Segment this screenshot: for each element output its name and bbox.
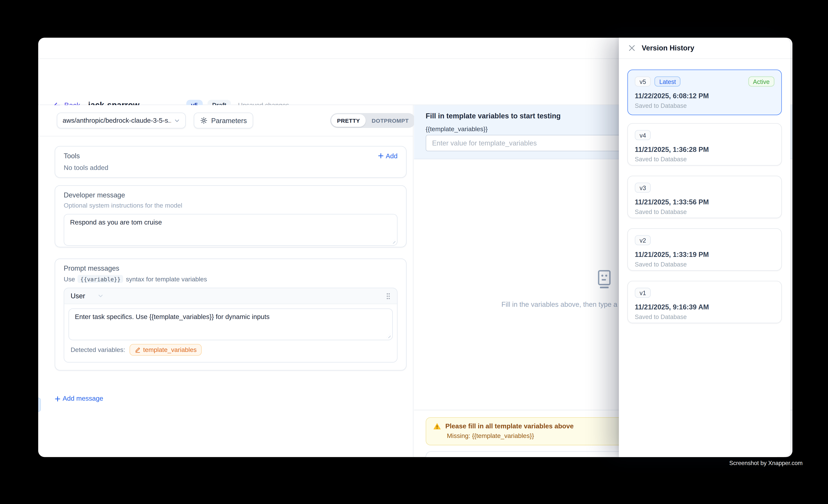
version-date: 11/21/2025, 9:16:39 AM (635, 303, 774, 311)
plus-icon (55, 396, 60, 402)
edge-peek-chip[interactable] (38, 398, 41, 412)
toggle-option-pretty[interactable]: PRETTY (331, 114, 366, 127)
message-card: User (64, 288, 398, 363)
hint-prefix: Use (64, 275, 75, 283)
version-card-v2[interactable]: v2 11/21/2025, 1:33:19 PM Saved to Datab… (627, 228, 782, 271)
warning-icon (433, 422, 441, 430)
version-status: Saved to Database (635, 209, 774, 215)
model-selector-value: aws/anthropic/bedrock-claude-3-5-s... (63, 117, 171, 124)
version-status: Saved to Database (635, 156, 774, 162)
message-header: User (64, 288, 397, 304)
version-history-drawer: Version History v5 Latest Active 11/22/2… (619, 38, 790, 457)
version-id-badge: v3 (635, 182, 651, 193)
hint-suffix: syntax for template variables (126, 275, 207, 283)
parameters-button[interactable]: Parameters (194, 113, 253, 129)
detected-variables-row: Detected variables: template_variables (69, 340, 393, 359)
version-card-v3[interactable]: v3 11/21/2025, 1:33:56 PM Saved to Datab… (627, 176, 782, 218)
toggle-option-dotprompt[interactable]: DOTPROMPT (366, 114, 415, 127)
version-status: Saved to Database (635, 314, 774, 320)
close-icon[interactable] (628, 45, 635, 51)
version-date: 11/21/2025, 1:36:28 PM (635, 145, 774, 153)
version-id-badge: v4 (635, 130, 651, 140)
tools-section: Tools Add No tools added (55, 146, 407, 178)
parameters-label: Parameters (211, 117, 247, 124)
tools-title: Tools (64, 152, 80, 160)
prompt-messages-title: Prompt messages (64, 264, 398, 272)
add-tool-button[interactable]: Add (378, 152, 398, 159)
watermark-text: Screenshot by Xnapper.com (729, 460, 802, 466)
add-tool-label: Add (386, 152, 398, 159)
format-toggle: PRETTY DOTPROMPT (330, 113, 415, 128)
version-date: 11/21/2025, 1:33:56 PM (635, 198, 774, 206)
chevron-down-icon (174, 118, 180, 123)
active-badge: Active (748, 76, 774, 87)
version-history-header: Version History (619, 38, 790, 59)
developer-message-textarea[interactable]: Respond as you are tom cruise (64, 214, 397, 245)
version-id-badge: v2 (635, 235, 651, 245)
developer-message-title: Developer message (64, 191, 398, 199)
developer-message-subtitle: Optional system instructions for the mod… (64, 202, 398, 209)
version-date: 11/22/2025, 6:08:12 PM (635, 92, 774, 100)
version-card-v4[interactable]: v4 11/21/2025, 1:36:28 PM Saved to Datab… (627, 123, 782, 166)
gear-icon (200, 117, 207, 124)
warning-title: Please fill in all template variables ab… (445, 422, 574, 430)
version-status: Saved to Database (635, 261, 774, 267)
version-card-v1[interactable]: v1 11/21/2025, 9:16:39 AM Saved to Datab… (627, 281, 782, 323)
bot-face-icon (597, 270, 611, 289)
variable-chip[interactable]: template_variables (129, 344, 202, 356)
latest-badge: Latest (655, 76, 681, 87)
variable-chip-label: template_variables (143, 346, 197, 353)
version-id-badge: v1 (635, 288, 651, 298)
template-variable-name: {{template_variables}} (426, 125, 488, 133)
prompt-editor-column: aws/anthropic/bedrock-claude-3-5-s... Pa… (38, 105, 413, 457)
screenshot-stage: Back jack-sparrow v5 Draft Unsaved chang… (0, 0, 828, 504)
developer-message-section: Developer message Optional system instru… (55, 185, 407, 247)
template-syntax-hint: Use {{variable}} syntax for template var… (64, 275, 398, 283)
toolbar-divider (38, 136, 413, 136)
version-history-title: Version History (642, 44, 694, 52)
add-message-button[interactable]: Add message (55, 395, 103, 402)
role-selector[interactable]: User (71, 292, 104, 300)
role-value: User (71, 292, 85, 300)
model-selector[interactable]: aws/anthropic/bedrock-claude-3-5-s... (57, 113, 186, 129)
chevron-down-icon (98, 293, 104, 299)
version-date: 11/21/2025, 1:33:19 PM (635, 251, 774, 258)
tools-empty-text: No tools added (64, 164, 398, 171)
version-card-v5[interactable]: v5 Latest Active 11/22/2025, 6:08:12 PM … (627, 70, 782, 115)
detected-variables-label: Detected variables: (71, 346, 125, 353)
version-status: Saved to Database (635, 102, 774, 109)
drag-handle-icon[interactable] (386, 292, 391, 300)
pencil-icon (135, 347, 140, 353)
hint-code: {{variable}} (78, 275, 123, 283)
prompt-messages-section: Prompt messages Use {{variable}} syntax … (55, 259, 407, 371)
template-panel-title: Fill in template variables to start test… (426, 112, 561, 120)
version-id-badge: v5 (635, 76, 651, 87)
message-textarea[interactable]: Enter task specifics. Use {{template_var… (69, 309, 392, 340)
plus-icon (378, 153, 383, 159)
add-message-label: Add message (63, 395, 103, 402)
